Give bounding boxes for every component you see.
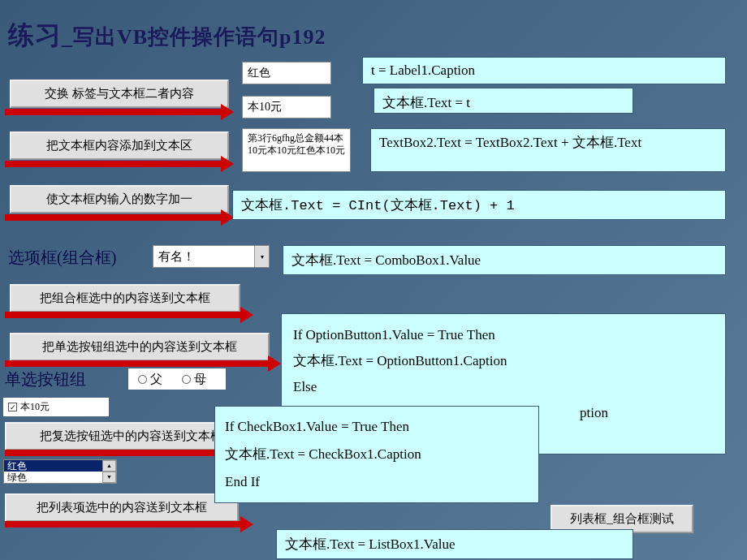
radio-send-button[interactable]: 把单选按钮组选中的内容送到文本框 bbox=[10, 333, 270, 361]
code-append: TextBox2.Text = TextBox2.Text + 文本框.Text bbox=[370, 128, 726, 172]
code-line: Else bbox=[293, 374, 714, 400]
code-textbox-t: 文本框.Text = t bbox=[374, 88, 633, 114]
code-listbox: 文本框.Text = ListBox1.Value bbox=[276, 529, 633, 559]
combo-label: 选项框(组合框) bbox=[8, 247, 116, 269]
page-title: 练习_写出VB控件操作语句p192 bbox=[8, 18, 326, 54]
title-main: 练习 bbox=[8, 20, 62, 50]
list-send-button[interactable]: 把列表项选中的内容送到文本框 bbox=[5, 493, 239, 522]
spinner-buttons: ▲ ▼ bbox=[102, 460, 116, 483]
arrow-icon bbox=[5, 521, 242, 528]
combobox[interactable]: 有名！ ▾ bbox=[153, 245, 270, 268]
listbox[interactable]: 红色 绿色 ▲ ▼ bbox=[3, 459, 117, 484]
code-line: 文本框.Text = OptionButton1.Caption bbox=[293, 348, 714, 374]
arrow-icon bbox=[5, 312, 242, 318]
swap-button[interactable]: 交换 标签与文本框二者内容 bbox=[10, 80, 229, 108]
checkbox-item[interactable]: ✓ 本10元 bbox=[3, 398, 109, 416]
arrow-icon bbox=[5, 109, 222, 115]
radio-option-mother[interactable]: 母 bbox=[182, 372, 206, 387]
arrow-icon bbox=[5, 214, 222, 221]
arrow-icon bbox=[5, 161, 222, 167]
code-line: If OptionButton1.Value = True Then bbox=[293, 322, 714, 348]
chevron-down-icon[interactable]: ▾ bbox=[254, 246, 269, 267]
radio-group: 父 母 bbox=[128, 368, 226, 390]
code-line: End If bbox=[225, 468, 529, 496]
code-combo: 文本框.Text = ComboBox1.Value bbox=[283, 245, 726, 275]
red-input[interactable]: 红色 bbox=[242, 62, 331, 84]
increment-button[interactable]: 使文本框内输入的数字加一 bbox=[10, 185, 229, 213]
append-button[interactable]: 把文本框内容添加到文本区 bbox=[10, 131, 229, 160]
radio-icon bbox=[138, 375, 147, 384]
price-input[interactable]: 本10元 bbox=[242, 96, 331, 118]
radio-group-label: 单选按钮组 bbox=[5, 368, 86, 390]
title-sub: _写出VB控件操作语句p192 bbox=[62, 25, 326, 49]
radio-label-2: 母 bbox=[194, 372, 206, 387]
radio-icon bbox=[182, 375, 191, 384]
combo-value: 有名！ bbox=[153, 247, 254, 267]
code-cint: 文本框.Text = CInt(文本框.Text) + 1 bbox=[232, 190, 726, 220]
list-item[interactable]: 绿色 bbox=[4, 472, 102, 483]
arrow-icon bbox=[5, 360, 270, 367]
list-item-selected[interactable]: 红色 bbox=[4, 460, 102, 472]
code-line: If CheckBox1.Value = True Then bbox=[225, 413, 529, 441]
combo-send-button[interactable]: 把组合框选中的内容送到文本框 bbox=[10, 284, 240, 312]
checkbox-label: 本10元 bbox=[20, 400, 50, 414]
radio-option-father[interactable]: 父 bbox=[138, 372, 162, 387]
code-checkbox: If CheckBox1.Value = True Then 文本框.Text … bbox=[214, 406, 539, 503]
checkbox-icon: ✓ bbox=[8, 403, 17, 411]
chevron-down-icon[interactable]: ▼ bbox=[102, 472, 116, 483]
radio-label-1: 父 bbox=[150, 372, 162, 387]
code-t-assign: t = Label1.Caption bbox=[362, 57, 726, 84]
code-line: 文本框.Text = CheckBox1.Caption bbox=[225, 441, 529, 468]
listbox-content: 红色 绿色 bbox=[4, 460, 102, 483]
chevron-up-icon[interactable]: ▲ bbox=[102, 460, 116, 472]
multiline-input[interactable]: 第3行6gfhg总金额44本10元本10元红色本10元 bbox=[242, 128, 351, 172]
